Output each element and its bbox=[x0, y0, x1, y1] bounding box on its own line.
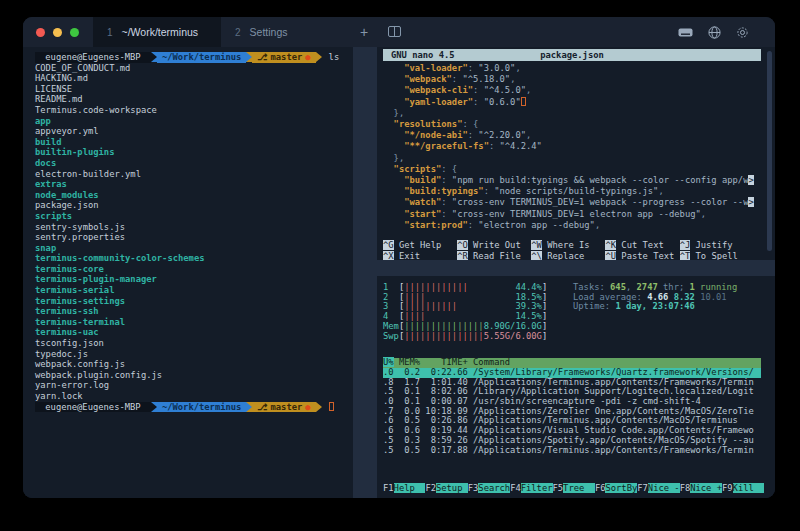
nano-editor-content: "val-loader": "3.0.0", "webpack": "^5.18… bbox=[383, 63, 761, 231]
right-pane-column: package.json GNU nano 4.5 "val-loader": … bbox=[377, 47, 775, 498]
keyboard-icon[interactable] bbox=[678, 28, 693, 37]
titlebar-actions bbox=[678, 17, 775, 47]
globe-icon[interactable] bbox=[708, 26, 721, 39]
zoom-button[interactable] bbox=[70, 28, 79, 37]
tab-index: 2 bbox=[235, 27, 241, 38]
htop-pane[interactable]: 1 [|||||||||||| 44.4%]2 [|||| 18.5%]3 [|… bbox=[377, 276, 775, 498]
htop-stats: Tasks: 645, 2747 thr; 1 runningLoad aver… bbox=[573, 283, 737, 312]
tab-settings[interactable]: 2 Settings bbox=[221, 17, 349, 47]
tab-title: Settings bbox=[250, 26, 288, 38]
shell-prompt-top: eugene@Eugenes-MBP ~/Work/terminus⎇maste… bbox=[35, 52, 353, 63]
nano-pane[interactable]: package.json GNU nano 4.5 "val-loader": … bbox=[377, 47, 775, 260]
split-tab-button[interactable] bbox=[379, 17, 409, 47]
gear-icon[interactable] bbox=[736, 26, 749, 39]
git-dirty-dot: ● bbox=[305, 402, 310, 413]
git-branch-icon: ⎇ bbox=[257, 402, 267, 413]
minimize-button[interactable] bbox=[53, 28, 62, 37]
tab-title: ~/Work/terminus bbox=[122, 26, 199, 38]
tab-bar: 1 ~/Work/terminus 2 Settings + bbox=[23, 17, 775, 47]
tab-index: 1 bbox=[107, 27, 113, 38]
close-button[interactable] bbox=[36, 28, 45, 37]
nano-shortcut-bar: ^G Get Help ^O Write Out ^W Where Is ^K … bbox=[383, 240, 761, 260]
split-icon bbox=[388, 24, 401, 40]
htop-meters: 1 [|||||||||||| 44.4%]2 [|||| 18.5%]3 [|… bbox=[383, 283, 761, 341]
ls-output: CODE_OF_CONDUCT.mdHACKING.mdLICENSEREADM… bbox=[35, 63, 353, 402]
traffic-lights bbox=[23, 17, 93, 47]
tab-work-terminus[interactable]: 1 ~/Work/terminus bbox=[93, 17, 221, 47]
prompt-cwd-segment: ~/Work/terminus bbox=[157, 402, 246, 413]
git-branch-icon: ⎇ bbox=[257, 52, 267, 63]
horizontal-pane-splitter[interactable] bbox=[377, 260, 775, 276]
terminal-window: 1 ~/Work/terminus 2 Settings + bbox=[23, 17, 775, 498]
prompt-user-segment: eugene@Eugenes-MBP bbox=[35, 402, 151, 413]
nano-filename: package.json bbox=[383, 49, 761, 61]
pane-area: eugene@Eugenes-MBP ~/Work/terminus⎇maste… bbox=[23, 47, 775, 498]
terminal-cursor bbox=[329, 402, 334, 411]
prompt-user-segment: eugene@Eugenes-MBP bbox=[35, 52, 151, 63]
prompt-cwd-segment: ~/Work/terminus bbox=[157, 52, 246, 63]
git-dirty-dot: ● bbox=[305, 52, 310, 63]
prompt-git-segment: ⎇master● bbox=[252, 402, 315, 413]
nano-titlebar: package.json GNU nano 4.5 bbox=[383, 49, 761, 61]
new-tab-button[interactable]: + bbox=[349, 17, 379, 47]
typed-command: ls bbox=[322, 52, 340, 63]
shell-prompt-bottom: eugene@Eugenes-MBP ~/Work/terminus⎇maste… bbox=[35, 402, 353, 413]
scrollbar-thumb[interactable] bbox=[767, 51, 772, 251]
shell-pane[interactable]: eugene@Eugenes-MBP ~/Work/terminus⎇maste… bbox=[23, 47, 353, 498]
prompt-git-segment: ⎇master● bbox=[252, 52, 315, 63]
htop-function-key-bar: F1Help F2Setup F3SearchF4FilterF5Tree F6… bbox=[383, 484, 761, 494]
vertical-pane-splitter[interactable] bbox=[353, 47, 377, 498]
process-table: U% MEM% TIME+ Command .0 0.2 0:22.66 /Sy… bbox=[383, 358, 761, 455]
